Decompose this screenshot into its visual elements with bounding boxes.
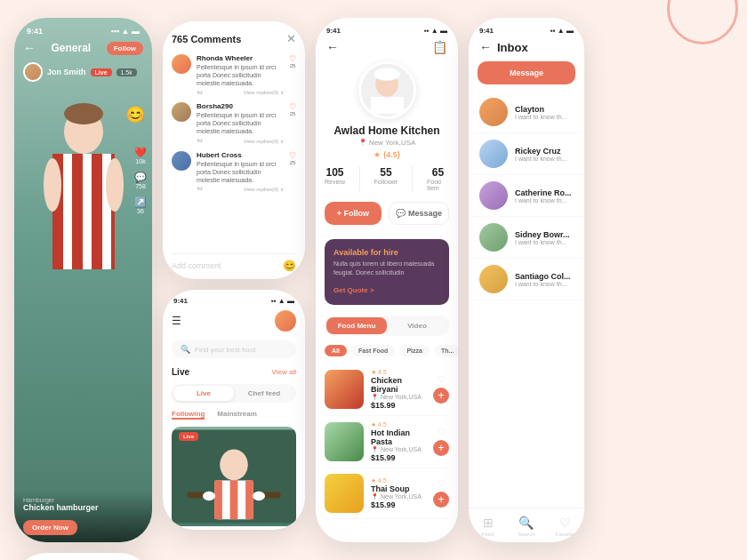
inbox-list: Clayton I want to know th... Rickey Cruz… <box>469 92 584 508</box>
emoji-button[interactable]: 😊 <box>283 260 296 272</box>
like-icon-2[interactable]: ♡ <box>289 102 296 111</box>
view-replies-3[interactable]: View replies(9) ∨ <box>244 186 284 192</box>
viewer-count: 1.5k <box>116 68 137 76</box>
food-heart-1[interactable]: ♡ <box>438 374 446 384</box>
live-user-name: Jon Smith <box>47 68 86 76</box>
inbox-name-3: Catherine Ro... <box>515 188 574 197</box>
inbox-preview-4: I want to know th... <box>515 239 574 245</box>
nav-search[interactable]: 🔍 Search <box>507 516 545 537</box>
hire-card: Available for hire Nulla quis lorem ut l… <box>325 239 449 305</box>
order-button[interactable]: Order Now <box>23 520 77 535</box>
view-all-button[interactable]: View all <box>272 368 296 376</box>
food-heart-2[interactable]: ♡ <box>438 427 446 436</box>
food-list-item[interactable]: ★ 4.5 Thai Soup 📍 New York,USA $15.99 ♡ … <box>325 468 449 519</box>
tab-chef-feed[interactable]: Chef feed <box>234 386 294 401</box>
status-time: 9:41 <box>27 27 43 36</box>
tab-following[interactable]: Following <box>172 410 205 420</box>
share-count: 36 <box>137 208 144 214</box>
tab-video[interactable]: Video <box>387 317 447 334</box>
tab-food-menu[interactable]: Food Menu <box>326 317 387 334</box>
like-icon-3[interactable]: ♡ <box>289 151 296 160</box>
food-add-button-3[interactable]: + <box>433 492 449 508</box>
food-heart-3[interactable]: ♡ <box>438 478 446 488</box>
like-count-2: 25 <box>290 111 296 116</box>
feed-video-card[interactable]: Live <box>172 427 296 526</box>
svg-rect-5 <box>92 154 102 269</box>
chef-message-button[interactable]: 💬 Message <box>389 202 449 225</box>
comment-count: 758 <box>135 183 146 189</box>
svg-point-20 <box>374 68 399 81</box>
location-text: New York,USA <box>369 139 415 147</box>
hire-desc: Nulla quis lorem ut libero malesuada feu… <box>333 260 440 277</box>
filter-pizza[interactable]: Pizza <box>399 345 430 356</box>
chef-menu-icon[interactable]: 📋 <box>432 40 447 54</box>
inbox-item-5[interactable]: Santiago Col... I want to know th... <box>469 259 584 300</box>
inbox-item-1[interactable]: Clayton I want to know th... <box>469 92 584 133</box>
commenter-name-2: Borsha290 <box>197 102 284 110</box>
nav-favorite[interactable]: ♡ Favorite <box>546 516 584 537</box>
view-replies-1[interactable]: View replies(9) ∨ <box>244 89 284 95</box>
chef-back-button[interactable]: ← <box>326 40 339 54</box>
svg-rect-14 <box>230 480 238 519</box>
food-list-item[interactable]: ★ 4.5 Chicken Biryani 📍 New York,USA $15… <box>325 364 449 416</box>
inbox-item-4[interactable]: Sidney Bowr... I want to know th... <box>469 217 584 259</box>
chef-status-time: 9:41 <box>326 27 341 35</box>
food-name-3: Thai Soup <box>371 484 426 493</box>
menu-button[interactable]: ☰ <box>172 315 181 327</box>
review-count: 105 <box>325 166 343 179</box>
food-image-2 <box>325 422 364 461</box>
food-add-button-2[interactable]: + <box>433 440 449 456</box>
inbox-back-button[interactable]: ← <box>479 40 492 54</box>
filter-all[interactable]: All <box>325 345 347 356</box>
filter-fast-food[interactable]: Fast Food <box>351 345 395 356</box>
view-replies-2[interactable]: View replies(9) ∨ <box>244 138 284 144</box>
food-star-3: ★ <box>371 477 376 484</box>
search-icon: 🔍 <box>181 345 190 354</box>
feed-status-time: 9:41 <box>173 297 188 305</box>
commenter-avatar-2 <box>172 102 191 122</box>
search-bar[interactable]: 🔍 Find your best food <box>172 340 296 358</box>
add-comment-placeholder[interactable]: Add comment <box>172 261 221 270</box>
food-price-2: $15.99 <box>371 453 426 462</box>
svg-rect-21 <box>370 97 403 114</box>
food-rating-3: 4.5 <box>378 477 387 484</box>
favorite-nav-icon: ♡ <box>559 516 571 530</box>
food-add-button-1[interactable]: + <box>433 388 449 404</box>
chef-rating: (4.5) <box>383 150 400 159</box>
star-icon: ★ <box>374 150 381 159</box>
filter-more[interactable]: Th... <box>434 345 458 356</box>
food-star-2: ★ <box>371 421 376 428</box>
food-item-label: Food Item <box>427 179 449 191</box>
follow-button[interactable]: Follow <box>107 42 143 55</box>
like-icon-1[interactable]: ♡ <box>289 54 296 63</box>
new-message-button[interactable]: Message <box>478 61 575 84</box>
inbox-name-5: Santiago Col... <box>515 272 574 281</box>
inbox-title: Inbox <box>497 41 528 54</box>
inbox-preview-5: I want to know th... <box>515 281 574 287</box>
tab-mainstream[interactable]: Mainstream <box>217 410 256 420</box>
inbox-item-2[interactable]: Rickey Cruz I want to know th... <box>469 133 584 175</box>
tab-live[interactable]: Live <box>173 386 234 401</box>
feed-live-badge: Live <box>179 432 198 441</box>
food-rating-2: 4.5 <box>378 421 387 428</box>
svg-point-11 <box>220 449 248 480</box>
close-button[interactable]: ✕ <box>286 32 296 45</box>
inbox-preview-3: I want to know th... <box>515 197 574 204</box>
food-loc-2: 📍 New York,USA <box>371 446 426 453</box>
signal-icons: ▪▪▪ ▲ ▬ <box>111 27 140 36</box>
feed-user-avatar[interactable] <box>275 310 296 332</box>
food-list-item[interactable]: ★ 4.5 Hot Indian Pasta 📍 New York,USA $1… <box>325 416 449 468</box>
inbox-preview-2: I want to know th... <box>515 156 574 162</box>
feed-screen: 9:41 ▪▪ ▲ ▬ ☰ 🔍 Find your best food Live… <box>163 290 305 530</box>
live-user-avatar <box>23 62 43 82</box>
live-badge: Live <box>91 68 112 76</box>
chef-follow-button[interactable]: + Follow <box>325 202 382 225</box>
inbox-item-3[interactable]: Catherine Ro... I want to know th... <box>469 175 584 217</box>
back-button[interactable]: ← <box>23 41 36 55</box>
search-nav-icon: 🔍 <box>518 516 534 530</box>
svg-rect-4 <box>72 154 83 269</box>
comment-time-2: 4d <box>197 138 203 143</box>
profile-screen: 9:41 ▪▪ ▲ ← My Profile Awlad Hossain Vie… <box>14 553 152 560</box>
get-quote-button[interactable]: Get Quote > <box>333 286 374 294</box>
nav-feed[interactable]: ⊞ Feed <box>469 516 507 537</box>
